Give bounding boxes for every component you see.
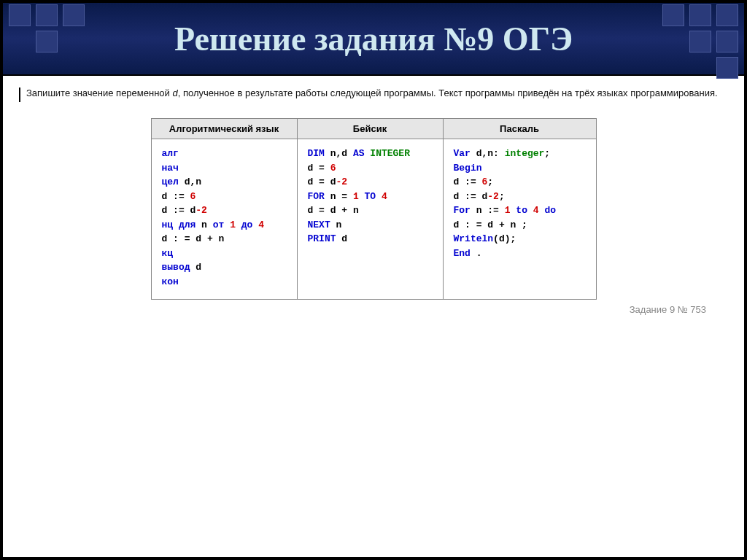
code-token: d [336, 233, 348, 244]
code-token: 1 [230, 219, 236, 230]
code-token: нц для [162, 219, 202, 230]
deco-square [689, 4, 711, 26]
code-token: . [471, 248, 482, 259]
deco-square [9, 4, 31, 26]
code-token: TO [359, 191, 382, 202]
code-token: NEXT [308, 219, 330, 230]
code-token: цел [162, 176, 185, 187]
cell-pascal-code: Var d,n: integer; Begin d := 6; d := d-2… [443, 139, 596, 300]
slide-body: Запишите значение переменной d, полученн… [3, 76, 744, 315]
deco-square [716, 31, 738, 52]
code-token: 4 [533, 205, 539, 216]
code-token: -2 [487, 191, 499, 202]
col-header-pascal: Паскаль [443, 119, 596, 139]
code-token: Begin [454, 163, 482, 174]
slide-frame: Решение задания №9 ОГЭ Запишите значение… [0, 0, 747, 560]
code-token: алг [162, 148, 179, 159]
col-header-basic: Бейсик [297, 119, 443, 139]
code-token: d,n [185, 176, 201, 187]
code-token: нач [162, 163, 179, 174]
code-token: ; [499, 191, 505, 202]
cell-basic-code: DIM n,d AS INTEGER d = 6 d = d-2 FOR n =… [297, 139, 443, 300]
deco-square [36, 31, 58, 52]
text-cursor-icon [19, 88, 20, 102]
code-token: d [196, 262, 201, 273]
code-table: Алгоритмический язык Бейсик Паскаль алг … [151, 118, 597, 300]
code-token: Var [454, 148, 476, 159]
cell-alg-code: алг нач цел d,n d := 6 d := d-2 нц для n… [151, 139, 297, 300]
code-token: до [236, 219, 258, 230]
code-token: вывод [162, 262, 196, 273]
code-token: -2 [336, 176, 348, 187]
code-token: n = [325, 191, 353, 202]
code-token: n := [476, 205, 505, 216]
code-token: AS [353, 148, 365, 159]
deco-square [716, 57, 738, 79]
table-header-row: Алгоритмический язык Бейсик Паскаль [151, 119, 596, 139]
code-token: кц [162, 248, 174, 259]
code-token: n [201, 219, 207, 230]
code-token: 1 [505, 205, 511, 216]
task-prompt: Запишите значение переменной d, полученн… [26, 86, 718, 101]
code-token: (d); [493, 233, 516, 244]
code-token: 6 [190, 191, 196, 202]
deco-square [63, 4, 85, 26]
code-token: -2 [196, 205, 207, 216]
deco-square [36, 4, 58, 26]
deco-square [662, 4, 684, 26]
code-token: 1 [353, 191, 359, 202]
code-token: кон [162, 276, 179, 287]
code-token: ; [544, 148, 550, 159]
code-token: 4 [382, 191, 387, 202]
prompt-text-b: , полученное в результате работы следующ… [178, 88, 718, 98]
code-token: 4 [258, 219, 264, 230]
page-title: Решение задания №9 ОГЭ [174, 20, 573, 58]
slide-header: Решение задания №9 ОГЭ [3, 3, 744, 76]
code-token: n [330, 219, 342, 230]
code-token: d = d [308, 176, 336, 187]
code-token: d = d + n [308, 205, 359, 216]
code-token: d = [308, 163, 330, 174]
code-token: Writeln [454, 233, 494, 244]
prompt-var: d [172, 88, 177, 98]
code-token: 6 [330, 163, 336, 174]
code-token: integer [505, 148, 545, 159]
prompt-text-a: Запишите значение переменной [26, 88, 172, 98]
code-token: d,n: [476, 148, 505, 159]
code-token: ; [487, 176, 493, 187]
code-token: INTEGER [370, 148, 410, 159]
code-token: n,d [325, 148, 353, 159]
code-token: FOR [308, 191, 325, 202]
task-reference: Задание 9 № 753 [19, 300, 728, 315]
code-token: d := d [162, 205, 196, 216]
code-token: End [454, 248, 471, 259]
code-token: d := d [454, 191, 488, 202]
code-token: For [454, 205, 476, 216]
code-token: d := [454, 176, 482, 187]
col-header-alg: Алгоритмический язык [151, 119, 297, 139]
code-token: от [207, 219, 230, 230]
deco-square [716, 4, 738, 26]
code-token: do [539, 205, 556, 216]
code-token: d := [162, 191, 190, 202]
code-token: d : = d + n [162, 233, 225, 244]
code-token: DIM [308, 148, 325, 159]
code-token: d : = d + n ; [454, 219, 527, 230]
deco-square [689, 31, 711, 52]
table-row: алг нач цел d,n d := 6 d := d-2 нц для n… [151, 139, 596, 300]
code-token: to [511, 205, 533, 216]
code-token: PRINT [308, 233, 336, 244]
